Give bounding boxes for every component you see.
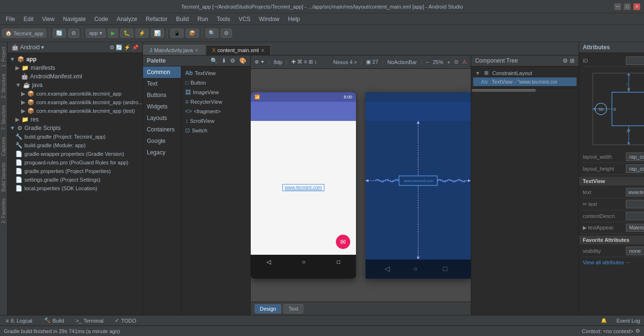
side-tab-structure2[interactable]: 2: Structure [0,71,7,101]
phone-textview[interactable]: www.tecmint.com [282,184,324,191]
menu-vcs[interactable]: VCS [235,15,255,23]
tree-res[interactable]: ▶ 📁 res [8,115,143,124]
tree-gradle-scripts[interactable]: ▼ ⚙ Gradle Scripts [8,124,143,132]
tree-manifests[interactable]: ▶ 📁 manifests [8,64,143,72]
view-all-attrs-link[interactable]: View all attributes → [583,260,631,265]
minimize-button[interactable]: ─ [614,3,621,10]
attr-text-appear-select[interactable]: Material.Small [626,224,644,232]
palette-cat-containers[interactable]: Containers [143,124,181,135]
tab-contentmain[interactable]: X content_main.xml ✕ [206,45,271,55]
menu-file[interactable]: File [2,15,19,23]
zoom-out-btn[interactable]: − [426,59,429,65]
palette-btn2[interactable]: ⚙ [230,57,235,64]
palette-item-fragment[interactable]: <> <fragment> [183,107,248,116]
attr-content-desc-input[interactable] [626,212,644,220]
text-tab[interactable]: Text [283,304,303,314]
run-config[interactable]: app ▾ [86,29,105,38]
menu-run[interactable]: Run [194,15,212,23]
debug-button[interactable]: 🐛 [120,29,133,38]
tree-gradle-props[interactable]: 📄 gradle.properties (Project Properties) [8,167,143,175]
palette-cat-layouts[interactable]: Layouts [143,112,181,124]
settings-button[interactable]: ⚙ [68,29,79,38]
tree-java[interactable]: ▼ ☕ java [8,81,143,89]
phone-content[interactable]: www.tecmint.com ✉ [251,121,356,255]
nav-back[interactable]: ◁ [266,259,271,265]
fab-button[interactable]: ✉ [336,235,350,249]
side-tab-build-variants[interactable]: Build Variants [0,160,7,195]
avd-manager[interactable]: 📱 [170,29,184,38]
palette-btn3[interactable]: 🎨 [239,57,246,64]
close-button[interactable]: ✕ [633,3,640,10]
maximize-button[interactable]: □ [624,3,631,10]
palette-item-recyclerview[interactable]: ≡ RecyclerView [183,97,248,107]
menu-tools[interactable]: Tools [213,15,234,23]
nav-recent[interactable]: □ [337,259,340,265]
sync-button[interactable]: 🔄 [53,29,66,38]
tree-local-props[interactable]: 📄 local.properties (SDK Location) [8,184,143,193]
tab-mainactivity[interactable]: J MainActivity.java ✕ [143,45,205,55]
attr-visibility-select[interactable]: none visible invisible gone [626,247,644,255]
menu-edit[interactable]: Edit [20,15,37,23]
menu-view[interactable]: View [38,15,58,23]
attr-text-pencil-input[interactable] [626,200,644,208]
palette-cat-widgets[interactable]: Widgets [143,101,181,112]
bottom-tab-build[interactable]: 🔨 Build [42,316,66,325]
tree-pkg1[interactable]: ▶ 📦 com.example.aaronkilik.tecmint_app [8,89,143,98]
palette-cat-legacy[interactable]: Legacy [143,147,181,158]
menu-navigate[interactable]: Navigate [59,15,89,23]
palette-btn1[interactable]: ⬇ [222,57,226,64]
tree-gradle-wrapper[interactable]: 📄 gradle-wrapper.properties (Gradle Vers… [8,150,143,158]
palette-item-scrollview[interactable]: ↕ ScrollView [183,116,248,126]
component-tree-expand[interactable]: ⊞ [570,57,575,64]
palette-item-imageview[interactable]: 🖼 ImageView [183,87,248,97]
context-settings[interactable]: ⚙ [635,328,640,334]
design-tab[interactable]: Design [255,304,281,314]
palette-cat-buttons[interactable]: Buttons [143,89,181,101]
zoom-fit-btn[interactable]: ⊙ [454,59,458,65]
settings-btn2[interactable]: ⚙ [221,29,232,38]
side-tab-structure7[interactable]: 7: Structure [0,102,7,133]
menu-window[interactable]: Window [255,15,283,23]
bottom-tab-logcat[interactable]: ≡ 6: Logcat [4,317,34,325]
canvas-area[interactable]: 📶 8:00 www.tecmint.com ✉ [251,69,471,302]
palette-cat-text[interactable]: Text [143,78,181,89]
profile-button[interactable]: 📊 [151,29,164,38]
bottom-tab-terminal[interactable]: >_ Terminal [74,317,105,325]
tab-mainactivity-close[interactable]: ✕ [195,48,199,53]
tree-pkg2[interactable]: ▶ 📦 com.example.aaronkilik.tecmint_app (… [8,98,143,107]
tree-build-gradle-app[interactable]: 🔧 build.gradle (Module: app) [8,141,143,150]
bottom-tab-todo[interactable]: ✓ TODO [113,316,138,325]
menu-build[interactable]: Build [172,15,193,23]
comp-constraint-layout[interactable]: ▼ ⊞ ConstraintLayout [473,68,577,77]
palette-cat-common[interactable]: Common [143,66,181,78]
apply-changes-button[interactable]: ⚡ [135,29,149,38]
scrollbar-thumb[interactable] [472,89,536,92]
tree-app[interactable]: ▼ 📦 app [8,55,143,64]
attr-layout-width-select[interactable]: rap_content match_parent wrap_content [626,152,644,161]
tab-contentmain-close[interactable]: ✕ [261,48,265,53]
tree-pkg3[interactable]: ▶ 📦 com.example.aaronkilik.tecmint_app (… [8,107,143,115]
sdk-manager[interactable]: 📦 [186,29,199,38]
palette-item-switch[interactable]: ⊡ Switch [183,126,248,135]
attr-text-input[interactable] [626,188,644,196]
attr-layout-height-select[interactable]: rap_content match_parent wrap_content [626,164,644,173]
nav-home[interactable]: ○ [302,259,305,265]
menu-help[interactable]: Help [284,15,304,23]
attr-id-input[interactable] [626,56,644,65]
event-log-label[interactable]: Event Log [616,318,640,324]
side-tab-project[interactable]: 1: Project [0,44,7,70]
tree-settings-gradle[interactable]: 📄 settings.gradle (Project Settings) [8,175,143,184]
comp-textview[interactable]: Ab TextView - "www.tecmint.cor [473,77,577,86]
zoom-in-btn[interactable]: + [447,59,450,65]
side-tab-captures[interactable]: Captures [0,134,7,159]
tree-build-gradle-proj[interactable]: 🔧 build.gradle (Project: Tecmint_app) [8,132,143,141]
palette-cat-google[interactable]: Google [143,135,181,147]
palette-item-textview[interactable]: Ab TextView [183,68,248,78]
run-button[interactable]: ▶ [108,29,118,38]
menu-code[interactable]: Code [90,15,112,23]
menu-analyze[interactable]: Analyze [113,15,141,23]
component-tree-settings[interactable]: ⚙ [563,57,568,64]
palette-item-button[interactable]: □ Button [183,78,248,87]
tree-proguard[interactable]: 📄 proguard-rules.pro (ProGuard Rules for… [8,158,143,167]
search-everywhere[interactable]: 🔍 [205,29,219,38]
